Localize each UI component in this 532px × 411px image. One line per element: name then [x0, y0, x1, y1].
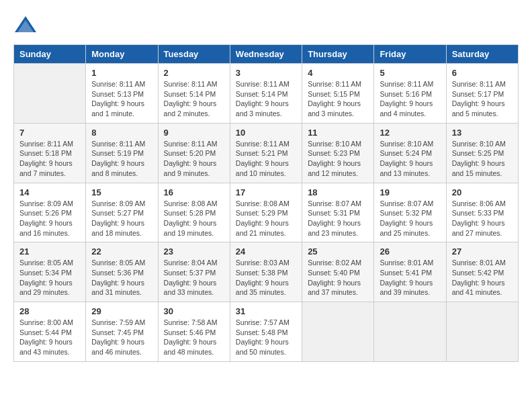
day-number: 6	[452, 68, 513, 78]
calendar-cell: 14Sunrise: 8:09 AM Sunset: 5:26 PM Dayli…	[14, 183, 86, 242]
day-number: 31	[236, 306, 296, 316]
day-number: 7	[19, 128, 80, 138]
day-number: 17	[236, 187, 296, 197]
day-info: Sunrise: 8:11 AM Sunset: 5:18 PM Dayligh…	[19, 139, 80, 179]
calendar-cell	[302, 302, 374, 362]
calendar-cell: 16Sunrise: 8:08 AM Sunset: 5:28 PM Dayli…	[158, 183, 230, 242]
day-info: Sunrise: 7:58 AM Sunset: 5:46 PM Dayligh…	[164, 318, 224, 357]
day-number: 9	[164, 128, 224, 138]
calendar-cell: 10Sunrise: 8:11 AM Sunset: 5:21 PM Dayli…	[230, 123, 302, 183]
day-info: Sunrise: 8:01 AM Sunset: 5:42 PM Dayligh…	[452, 258, 513, 298]
day-info: Sunrise: 8:05 AM Sunset: 5:36 PM Dayligh…	[91, 258, 152, 298]
calendar-cell: 21Sunrise: 8:05 AM Sunset: 5:34 PM Dayli…	[14, 242, 86, 302]
calendar-cell: 2Sunrise: 8:11 AM Sunset: 5:14 PM Daylig…	[158, 64, 230, 124]
column-header-monday: Monday	[86, 45, 158, 64]
calendar-cell: 1Sunrise: 8:11 AM Sunset: 5:13 PM Daylig…	[86, 64, 158, 124]
day-info: Sunrise: 8:11 AM Sunset: 5:17 PM Dayligh…	[452, 79, 513, 119]
calendar-cell: 4Sunrise: 8:11 AM Sunset: 5:15 PM Daylig…	[302, 64, 374, 124]
column-header-sunday: Sunday	[14, 45, 86, 64]
calendar-cell: 20Sunrise: 8:06 AM Sunset: 5:33 PM Dayli…	[446, 183, 518, 242]
day-number: 5	[380, 68, 440, 78]
calendar-cell: 26Sunrise: 8:01 AM Sunset: 5:41 PM Dayli…	[374, 242, 446, 302]
calendar-cell: 29Sunrise: 7:59 AM Sunset: 7:45 PM Dayli…	[86, 302, 158, 362]
day-number: 3	[236, 68, 296, 78]
day-info: Sunrise: 8:02 AM Sunset: 5:40 PM Dayligh…	[308, 258, 368, 298]
day-number: 20	[452, 187, 513, 197]
calendar-cell: 7Sunrise: 8:11 AM Sunset: 5:18 PM Daylig…	[14, 123, 86, 183]
calendar-header-row: SundayMondayTuesdayWednesdayThursdayFrid…	[14, 45, 519, 64]
calendar-week-row: 21Sunrise: 8:05 AM Sunset: 5:34 PM Dayli…	[14, 242, 519, 302]
day-number: 14	[19, 187, 80, 197]
calendar-table: SundayMondayTuesdayWednesdayThursdayFrid…	[13, 44, 519, 362]
day-number: 23	[164, 246, 224, 257]
day-number: 11	[308, 128, 368, 138]
day-number: 15	[91, 187, 152, 197]
day-info: Sunrise: 8:10 AM Sunset: 5:24 PM Dayligh…	[380, 139, 440, 179]
calendar-cell: 5Sunrise: 8:11 AM Sunset: 5:16 PM Daylig…	[374, 64, 446, 124]
calendar-cell: 6Sunrise: 8:11 AM Sunset: 5:17 PM Daylig…	[446, 64, 518, 124]
day-info: Sunrise: 8:00 AM Sunset: 5:44 PM Dayligh…	[19, 318, 80, 357]
day-number: 26	[380, 246, 440, 257]
column-header-thursday: Thursday	[302, 45, 374, 64]
day-number: 18	[308, 187, 368, 197]
day-info: Sunrise: 8:09 AM Sunset: 5:27 PM Dayligh…	[91, 199, 152, 238]
day-number: 22	[91, 246, 152, 257]
day-info: Sunrise: 8:07 AM Sunset: 5:31 PM Dayligh…	[308, 199, 368, 238]
day-number: 16	[164, 187, 224, 197]
page-header	[13, 13, 519, 38]
day-info: Sunrise: 8:07 AM Sunset: 5:32 PM Dayligh…	[380, 199, 440, 238]
day-info: Sunrise: 7:57 AM Sunset: 5:48 PM Dayligh…	[236, 318, 296, 357]
calendar-cell: 13Sunrise: 8:10 AM Sunset: 5:25 PM Dayli…	[446, 123, 518, 183]
calendar-cell: 27Sunrise: 8:01 AM Sunset: 5:42 PM Dayli…	[446, 242, 518, 302]
logo-icon	[13, 13, 38, 38]
calendar-week-row: 7Sunrise: 8:11 AM Sunset: 5:18 PM Daylig…	[14, 123, 519, 183]
day-info: Sunrise: 8:11 AM Sunset: 5:15 PM Dayligh…	[308, 79, 368, 119]
column-header-wednesday: Wednesday	[230, 45, 302, 64]
calendar-cell	[14, 64, 86, 124]
day-info: Sunrise: 8:11 AM Sunset: 5:19 PM Dayligh…	[91, 139, 152, 179]
day-number: 27	[452, 246, 513, 257]
calendar-cell: 18Sunrise: 8:07 AM Sunset: 5:31 PM Dayli…	[302, 183, 374, 242]
calendar-cell: 15Sunrise: 8:09 AM Sunset: 5:27 PM Dayli…	[86, 183, 158, 242]
calendar-cell: 17Sunrise: 8:08 AM Sunset: 5:29 PM Dayli…	[230, 183, 302, 242]
day-number: 8	[91, 128, 152, 138]
calendar-week-row: 1Sunrise: 8:11 AM Sunset: 5:13 PM Daylig…	[14, 64, 519, 124]
day-info: Sunrise: 8:05 AM Sunset: 5:34 PM Dayligh…	[19, 258, 80, 298]
day-info: Sunrise: 8:11 AM Sunset: 5:14 PM Dayligh…	[236, 79, 296, 119]
day-number: 19	[380, 187, 440, 197]
day-number: 13	[452, 128, 513, 138]
day-info: Sunrise: 8:11 AM Sunset: 5:16 PM Dayligh…	[380, 79, 440, 119]
column-header-friday: Friday	[374, 45, 446, 64]
day-number: 29	[91, 306, 152, 316]
calendar-cell: 19Sunrise: 8:07 AM Sunset: 5:32 PM Dayli…	[374, 183, 446, 242]
calendar-cell: 25Sunrise: 8:02 AM Sunset: 5:40 PM Dayli…	[302, 242, 374, 302]
day-info: Sunrise: 7:59 AM Sunset: 7:45 PM Dayligh…	[91, 318, 152, 357]
day-number: 4	[308, 68, 368, 78]
column-header-saturday: Saturday	[446, 45, 518, 64]
calendar-cell: 12Sunrise: 8:10 AM Sunset: 5:24 PM Dayli…	[374, 123, 446, 183]
calendar-cell: 22Sunrise: 8:05 AM Sunset: 5:36 PM Dayli…	[86, 242, 158, 302]
day-info: Sunrise: 8:11 AM Sunset: 5:13 PM Dayligh…	[91, 79, 152, 119]
calendar-cell: 28Sunrise: 8:00 AM Sunset: 5:44 PM Dayli…	[14, 302, 86, 362]
calendar-cell	[446, 302, 518, 362]
calendar-cell: 24Sunrise: 8:03 AM Sunset: 5:38 PM Dayli…	[230, 242, 302, 302]
calendar-cell: 31Sunrise: 7:57 AM Sunset: 5:48 PM Dayli…	[230, 302, 302, 362]
day-info: Sunrise: 8:11 AM Sunset: 5:20 PM Dayligh…	[164, 139, 224, 179]
day-number: 1	[91, 68, 152, 78]
calendar-cell: 11Sunrise: 8:10 AM Sunset: 5:23 PM Dayli…	[302, 123, 374, 183]
calendar-cell: 3Sunrise: 8:11 AM Sunset: 5:14 PM Daylig…	[230, 64, 302, 124]
calendar-cell: 9Sunrise: 8:11 AM Sunset: 5:20 PM Daylig…	[158, 123, 230, 183]
day-number: 21	[19, 246, 80, 257]
day-info: Sunrise: 8:04 AM Sunset: 5:37 PM Dayligh…	[164, 258, 224, 298]
day-info: Sunrise: 8:06 AM Sunset: 5:33 PM Dayligh…	[452, 199, 513, 238]
day-info: Sunrise: 8:11 AM Sunset: 5:14 PM Dayligh…	[164, 79, 224, 119]
logo	[13, 13, 40, 38]
calendar-week-row: 28Sunrise: 8:00 AM Sunset: 5:44 PM Dayli…	[14, 302, 519, 362]
day-number: 30	[164, 306, 224, 316]
day-number: 10	[236, 128, 296, 138]
day-info: Sunrise: 8:10 AM Sunset: 5:23 PM Dayligh…	[308, 139, 368, 179]
calendar-cell: 23Sunrise: 8:04 AM Sunset: 5:37 PM Dayli…	[158, 242, 230, 302]
day-number: 2	[164, 68, 224, 78]
calendar-cell: 30Sunrise: 7:58 AM Sunset: 5:46 PM Dayli…	[158, 302, 230, 362]
calendar-cell	[374, 302, 446, 362]
